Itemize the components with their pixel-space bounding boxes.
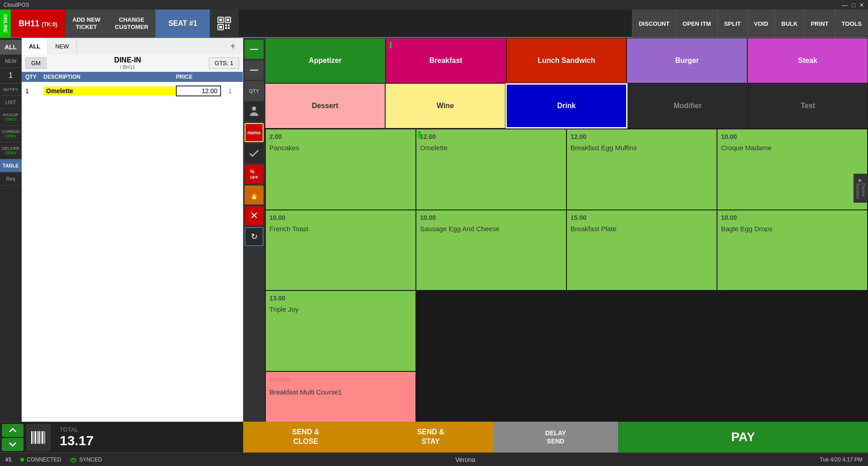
- sidebar-item-req[interactable]: Req: [0, 172, 22, 185]
- gm-button[interactable]: GM: [25, 57, 47, 69]
- refresh-icon[interactable]: ↻: [245, 227, 264, 246]
- close-red-icon[interactable]: ✕: [245, 206, 264, 225]
- menu-item-empty-2: [567, 291, 717, 371]
- minimize-button[interactable]: —: [842, 1, 848, 9]
- change-customer-button[interactable]: CHANGE CUSTOMER: [108, 10, 156, 38]
- menu-item-breakfast-egg-muffins[interactable]: 12.00 Breakfast Egg Muffins: [567, 129, 717, 209]
- seat-button[interactable]: SEAT #1: [156, 10, 210, 38]
- sidebar-item-table[interactable]: TABLE: [0, 159, 22, 172]
- add-tab-button[interactable]: +: [223, 38, 243, 54]
- table-button[interactable]: BH11 (TK:0): [11, 10, 65, 38]
- col-qty: QTY: [25, 74, 43, 80]
- split-button[interactable]: SPLIT: [717, 10, 747, 38]
- ticket-tabs: ALL NEW +: [22, 38, 243, 54]
- sidebar-item-curbside[interactable]: CURBSIDOPEN: [0, 126, 22, 143]
- menu-item-croque-madame[interactable]: 10.00 Croque Madame: [717, 129, 867, 209]
- qty-icon[interactable]: [245, 40, 264, 59]
- svg-rect-9: [228, 27, 230, 29]
- open-item-button[interactable]: OPEN ITM: [676, 10, 717, 38]
- svg-rect-6: [225, 24, 227, 26]
- menu-item-empty-1: [416, 291, 566, 371]
- category-lunch-sandwich[interactable]: Lunch Sandwich: [506, 38, 627, 83]
- category-steak[interactable]: Steak: [747, 38, 868, 83]
- person-icon[interactable]: [245, 102, 264, 121]
- category-modifier[interactable]: Modifier: [627, 83, 748, 128]
- sidebar-item-pickup[interactable]: PICKUPOPEN: [0, 109, 22, 126]
- sidebar-item-new[interactable]: NEW: [0, 55, 22, 68]
- menu-items-grid: 2.00 Pancakes 12.00 Omelette 12.00 Break…: [265, 128, 868, 452]
- demo-screen-tab[interactable]: ▶ Demo Screen: [854, 174, 868, 203]
- delay-send-button[interactable]: DELAYSEND: [493, 422, 618, 452]
- category-appetizer[interactable]: Appetizer: [265, 38, 386, 83]
- menu-item-pancakes[interactable]: 2.00 Pancakes: [266, 129, 415, 209]
- svg-rect-14: [33, 431, 34, 444]
- print-button[interactable]: PRINT: [804, 10, 835, 38]
- synced-status: SYNCED: [70, 456, 102, 463]
- bulk-button[interactable]: BULK: [774, 10, 804, 38]
- side-icons-panel: QTY memo %OFF 🔥 ✕ ↻: [243, 38, 265, 452]
- category-test[interactable]: Test: [748, 83, 868, 128]
- menu-item-breakfast-plate[interactable]: 15.00 Breakfast Plate: [567, 210, 717, 290]
- barcode-button[interactable]: [26, 424, 51, 451]
- discount-icon[interactable]: %OFF: [245, 165, 264, 184]
- sidebar-ticket-1[interactable]: 1: [0, 68, 22, 84]
- memo-icon[interactable]: memo: [245, 123, 264, 142]
- menu-item-empty-3: [717, 291, 867, 371]
- online-status-badge: ONLINE: [0, 10, 11, 38]
- scroll-up-button[interactable]: [2, 424, 24, 437]
- connected-label: CONNECTED: [27, 456, 61, 463]
- table-row[interactable]: 1 Omelette 12.00 1: [25, 84, 239, 98]
- svg-rect-16: [37, 431, 38, 444]
- category-dessert[interactable]: Dessert: [265, 83, 385, 128]
- sidebar-item-delivery[interactable]: DELIVEROPEN: [0, 143, 22, 159]
- menu-item-bagle-egg-drops[interactable]: 10.00 Bagle Egg Drops: [717, 210, 867, 290]
- menu-item-french-toast[interactable]: 10.00 French Toast: [266, 210, 415, 290]
- tab-all[interactable]: ALL: [22, 38, 48, 54]
- add-new-ticket-button[interactable]: ADD NEW TICKET: [65, 10, 108, 38]
- send-close-button[interactable]: SEND &CLOSE: [243, 422, 368, 452]
- connected-indicator: [20, 458, 24, 461]
- sidebar-item-all[interactable]: ALL: [0, 40, 22, 55]
- tab-new[interactable]: NEW: [48, 38, 76, 54]
- menu-item-omelette[interactable]: 12.00 Omelette: [416, 129, 566, 209]
- total-amount: 13.17: [60, 433, 94, 448]
- void-button[interactable]: VOID: [747, 10, 775, 38]
- send-stay-button[interactable]: SEND &STAY: [368, 422, 493, 452]
- datetime-display: Tue 4/20 4:17 PM: [820, 456, 863, 463]
- svg-rect-10: [250, 49, 258, 50]
- col-extra: [221, 74, 239, 80]
- category-wine[interactable]: Wine: [385, 83, 505, 128]
- table-sub-label: / BH11: [47, 64, 209, 70]
- sidebar-item-list[interactable]: LIST: [0, 96, 22, 109]
- right-action-buttons: DISCOUNT OPEN ITM SPLIT VOID BULK PRINT …: [632, 10, 868, 38]
- category-burger[interactable]: Burger: [627, 38, 747, 83]
- window-controls: — □ ✕: [842, 1, 864, 9]
- svg-rect-15: [35, 431, 36, 444]
- discount-button[interactable]: DISCOUNT: [632, 10, 676, 38]
- item-name: Omelette: [43, 86, 176, 95]
- menu-item-triple-joy[interactable]: 13.00 Triple Joy: [266, 291, 415, 371]
- sidebar-item-notify[interactable]: NOTIFY: [0, 84, 22, 96]
- category-breakfast[interactable]: Breakfast: [386, 38, 506, 83]
- nav-arrow-buttons: [0, 422, 24, 453]
- check-icon[interactable]: [245, 144, 264, 163]
- svg-rect-17: [38, 431, 40, 444]
- svg-rect-8: [225, 27, 227, 29]
- main-content: ALL NEW 1 NOTIFY LIST PICKUPOPEN CURBSID…: [0, 38, 868, 452]
- scroll-down-button[interactable]: [2, 438, 24, 451]
- svg-rect-13: [31, 431, 33, 444]
- gts-badge: GTS: 1: [209, 57, 239, 69]
- status-bar: #1 CONNECTED SYNCED Verona Tue 4/20 4:17…: [0, 452, 868, 466]
- total-display: TOTAL 13.17: [52, 426, 101, 448]
- gts-value: 1: [230, 60, 233, 67]
- category-drink[interactable]: Drink: [505, 83, 627, 128]
- close-button[interactable]: ✕: [859, 1, 864, 9]
- tools-button[interactable]: TOOLS: [835, 10, 868, 38]
- menu-item-sausage-egg-cheese[interactable]: 10.00 Sausage Egg And Cheese: [416, 210, 566, 290]
- pay-button[interactable]: PAY: [618, 422, 868, 452]
- col-description: DESCRIPTION: [43, 74, 176, 80]
- qr-code-button[interactable]: [210, 10, 239, 38]
- fire-icon[interactable]: 🔥: [245, 185, 264, 204]
- maximize-button[interactable]: □: [852, 1, 855, 9]
- minus-icon[interactable]: [245, 61, 264, 80]
